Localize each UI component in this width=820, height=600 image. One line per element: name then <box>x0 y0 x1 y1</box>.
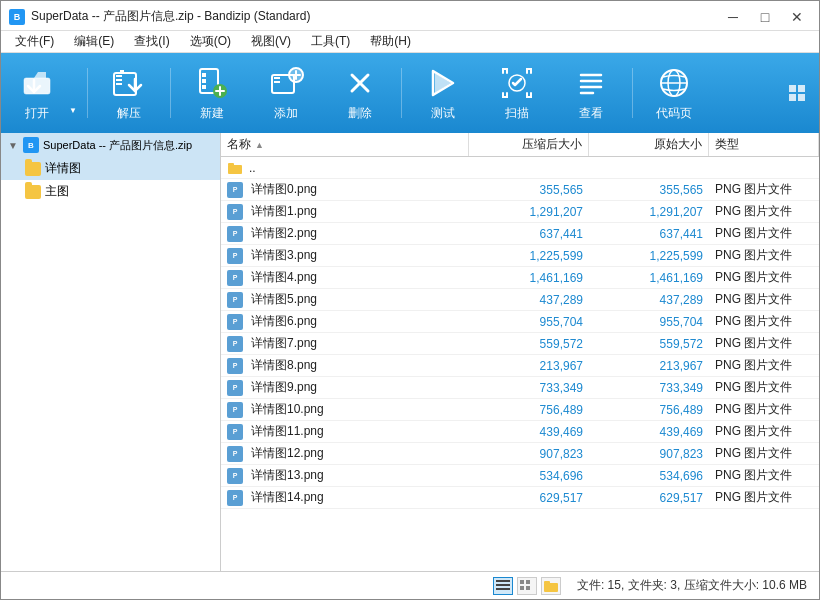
status-list-view-btn[interactable] <box>493 577 513 595</box>
close-button[interactable]: ✕ <box>783 7 811 27</box>
file-cell-name: P详情图5.png <box>221 289 469 310</box>
file-cell-name: P详情图7.png <box>221 333 469 354</box>
file-row[interactable]: P详情图6.png955,704955,704PNG 图片文件 <box>221 311 819 333</box>
svg-rect-34 <box>789 94 796 101</box>
maximize-button[interactable]: □ <box>751 7 779 27</box>
menu-view[interactable]: 视图(V) <box>243 31 299 52</box>
file-cell-name: P详情图8.png <box>221 355 469 376</box>
menu-tools[interactable]: 工具(T) <box>303 31 358 52</box>
file-cell-compressed: 439,469 <box>469 421 589 442</box>
extract-label: 解压 <box>117 105 141 122</box>
col-header-compressed[interactable]: 压缩后大小 <box>469 133 589 156</box>
tree-item-xiangqingtu[interactable]: 详情图 <box>1 157 220 180</box>
new-button[interactable]: 新建 <box>177 59 247 127</box>
tree-expand-icon: ▼ <box>7 140 19 151</box>
file-row[interactable]: P详情图13.png534,696534,696PNG 图片文件 <box>221 465 819 487</box>
svg-rect-12 <box>202 85 206 89</box>
col-header-name[interactable]: 名称 ▲ <box>221 133 469 156</box>
file-row[interactable]: P详情图12.png907,823907,823PNG 图片文件 <box>221 443 819 465</box>
menu-file[interactable]: 文件(F) <box>7 31 62 52</box>
folder-icon-zhujian <box>25 185 41 199</box>
test-button[interactable]: 测试 <box>408 59 478 127</box>
menu-edit[interactable]: 编辑(E) <box>66 31 122 52</box>
col-header-original[interactable]: 原始大小 <box>589 133 709 156</box>
file-row[interactable]: P详情图8.png213,967213,967PNG 图片文件 <box>221 355 819 377</box>
file-row[interactable]: P详情图1.png1,291,2071,291,207PNG 图片文件 <box>221 201 819 223</box>
add-button[interactable]: 添加 <box>251 59 321 127</box>
menu-find[interactable]: 查找(I) <box>126 31 177 52</box>
svg-rect-46 <box>544 581 550 584</box>
file-row[interactable]: P详情图5.png437,289437,289PNG 图片文件 <box>221 289 819 311</box>
file-row[interactable]: P详情图11.png439,469439,469PNG 图片文件 <box>221 421 819 443</box>
status-view-icons <box>493 577 561 595</box>
file-cell-type: PNG 图片文件 <box>709 333 819 354</box>
tree-item-zhujian[interactable]: 主图 <box>1 180 220 203</box>
view-button[interactable]: 查看 <box>556 59 626 127</box>
status-detail-view-btn[interactable] <box>517 577 537 595</box>
column-header: 名称 ▲ 压缩后大小 原始大小 类型 <box>221 133 819 157</box>
file-row[interactable]: P详情图14.png629,517629,517PNG 图片文件 <box>221 487 819 509</box>
scan-button[interactable]: 扫描 <box>482 59 552 127</box>
toolbar-sep-4 <box>632 68 633 118</box>
png-file-icon: P <box>227 314 243 330</box>
svg-rect-45 <box>544 583 558 592</box>
file-cell-type: PNG 图片文件 <box>709 377 819 398</box>
extract-icon <box>111 65 147 101</box>
tree-panel: ▼ B SuperData -- 产品图片信息.zip 详情图 主图 <box>1 133 221 571</box>
file-cell-original: 1,461,169 <box>589 267 709 288</box>
svg-marker-1 <box>34 72 46 78</box>
file-cell-name: P详情图11.png <box>221 421 469 442</box>
file-cell-compressed: 1,225,599 <box>469 245 589 266</box>
file-cell-original: 733,349 <box>589 377 709 398</box>
file-cell-type: PNG 图片文件 <box>709 201 819 222</box>
file-cell-original: 629,517 <box>589 487 709 508</box>
file-cell-name: P详情图10.png <box>221 399 469 420</box>
file-cell-type: PNG 图片文件 <box>709 179 819 200</box>
svg-rect-36 <box>228 165 242 174</box>
zip-file-icon: B <box>23 137 39 153</box>
file-cell-original: 439,469 <box>589 421 709 442</box>
menu-help[interactable]: 帮助(H) <box>362 31 419 52</box>
file-row[interactable]: P详情图9.png733,349733,349PNG 图片文件 <box>221 377 819 399</box>
sort-arrow-name: ▲ <box>255 140 264 150</box>
png-file-icon: P <box>227 204 243 220</box>
main-area: ▼ B SuperData -- 产品图片信息.zip 详情图 主图 名称 ▲ <box>1 133 819 571</box>
file-cell-original: 1,291,207 <box>589 201 709 222</box>
folder-up-icon <box>227 160 243 176</box>
file-cell-type: PNG 图片文件 <box>709 289 819 310</box>
png-file-icon: P <box>227 248 243 264</box>
file-row[interactable]: P详情图7.png559,572559,572PNG 图片文件 <box>221 333 819 355</box>
png-file-icon: P <box>227 490 243 506</box>
file-cell-original: 437,289 <box>589 289 709 310</box>
open-button-group: 打开 ▼ <box>9 59 81 127</box>
col-header-type[interactable]: 类型 <box>709 133 819 156</box>
tree-root-item[interactable]: ▼ B SuperData -- 产品图片信息.zip <box>1 133 220 157</box>
svg-rect-10 <box>202 73 206 77</box>
extract-button[interactable]: 解压 <box>94 59 164 127</box>
grid-view-icon[interactable] <box>783 79 811 107</box>
menu-options[interactable]: 选项(O) <box>182 31 239 52</box>
delete-button[interactable]: 删除 <box>325 59 395 127</box>
open-button[interactable]: 打开 <box>9 59 65 127</box>
file-row[interactable]: P详情图10.png756,489756,489PNG 图片文件 <box>221 399 819 421</box>
open-dropdown-arrow[interactable]: ▼ <box>65 59 81 127</box>
codepage-button[interactable]: 代码页 <box>639 59 709 127</box>
file-cell-compressed: 1,291,207 <box>469 201 589 222</box>
minimize-button[interactable]: ─ <box>719 7 747 27</box>
tree-item-label-xiangqingtu: 详情图 <box>45 160 81 177</box>
status-folder-view-btn[interactable] <box>541 577 561 595</box>
scan-label: 扫描 <box>505 105 529 122</box>
file-row[interactable]: P详情图0.png355,565355,565PNG 图片文件 <box>221 179 819 201</box>
codepage-label: 代码页 <box>656 105 692 122</box>
file-row[interactable]: P详情图4.png1,461,1691,461,169PNG 图片文件 <box>221 267 819 289</box>
file-cell-original: 637,441 <box>589 223 709 244</box>
file-cell-compressed: 355,565 <box>469 179 589 200</box>
file-row[interactable]: P详情图2.png637,441637,441PNG 图片文件 <box>221 223 819 245</box>
svg-rect-39 <box>496 584 510 586</box>
file-row[interactable]: .. <box>221 157 819 179</box>
file-panel: 名称 ▲ 压缩后大小 原始大小 类型 ..P详情图0.png355,565355… <box>221 133 819 571</box>
file-row[interactable]: P详情图3.png1,225,5991,225,599PNG 图片文件 <box>221 245 819 267</box>
png-file-icon: P <box>227 424 243 440</box>
open-icon <box>19 65 55 101</box>
file-cell-name: P详情图14.png <box>221 487 469 508</box>
